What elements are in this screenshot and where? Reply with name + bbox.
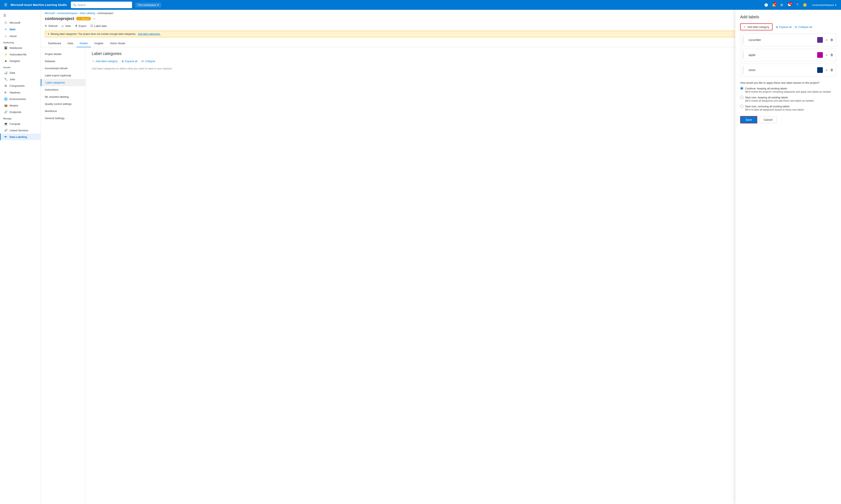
- radio-label-start-over-keep[interactable]: Start over, keeping all existing labels: [740, 96, 836, 99]
- side-nav-instructions[interactable]: Instructions: [41, 86, 85, 93]
- sidebar-item-compute[interactable]: 💻 Compute: [0, 121, 40, 127]
- label-add-child-cucumber[interactable]: ＋: [825, 38, 828, 42]
- sidebar-item-pipelines[interactable]: ⫸ Pipelines: [0, 89, 40, 96]
- cancel-button[interactable]: Cancel: [759, 116, 777, 123]
- breadcrumb-microsoft[interactable]: Microsoft: [45, 12, 55, 15]
- tab-vision-studio[interactable]: Vision Studio: [107, 40, 129, 47]
- sidebar: ☰ ⬡ Microsoft ＋ New ⌂ Home Authoring 📓 N…: [0, 10, 41, 504]
- tab-details[interactable]: Details: [76, 40, 91, 47]
- label-color-cucumber[interactable]: [817, 37, 823, 43]
- content-area: Project details Datasets Incremental ref…: [41, 47, 841, 504]
- side-nav-quality-control[interactable]: Quality control settings: [41, 101, 85, 108]
- overlay-expand-all-btn[interactable]: ⊞ Expand all: [776, 25, 792, 29]
- tab-dashboard[interactable]: Dashboard: [45, 40, 64, 47]
- label-add-child-apple[interactable]: ＋: [825, 53, 828, 57]
- project-title: contosoproject: [45, 16, 74, 21]
- label-add-child-onion[interactable]: ＋: [825, 68, 828, 72]
- sidebar-item-label: Jobs: [10, 78, 15, 81]
- tab-data[interactable]: Data: [64, 40, 76, 47]
- warning-text: Missing label categories: The project do…: [51, 33, 136, 35]
- sidebar-item-label: Notebooks: [10, 47, 22, 50]
- radio-input-continue[interactable]: [740, 87, 743, 90]
- side-nav-ml-assisted[interactable]: ML assisted labeling: [41, 93, 85, 101]
- label-data-button[interactable]: ☑ Label data: [90, 23, 107, 28]
- overlay-collapse-btn[interactable]: ⊟ Collapse all: [795, 25, 812, 29]
- search-icon: 🔍: [73, 3, 76, 6]
- side-nav-datasets[interactable]: Datasets: [41, 58, 85, 65]
- label-color-onion[interactable]: [817, 67, 823, 73]
- sidebar-item-new[interactable]: ＋ New: [0, 26, 40, 33]
- sidebar-item-data[interactable]: 📊 Data: [0, 69, 40, 76]
- label-input-apple[interactable]: [749, 53, 815, 57]
- refresh-button[interactable]: ↻ Refresh: [45, 23, 58, 28]
- status-icon: ⚠: [78, 17, 80, 20]
- label-input-onion[interactable]: [749, 68, 815, 72]
- start-button[interactable]: ▷ Start: [62, 23, 71, 28]
- radio-label-continue[interactable]: Continue, keeping all existing labels: [740, 87, 836, 90]
- panel-add-label-btn[interactable]: ＋ Add label category: [92, 59, 118, 63]
- sidebar-hamburger[interactable]: ☰: [0, 12, 40, 19]
- sidebar-item-home[interactable]: ⌂ Home: [0, 33, 40, 39]
- radio-label-start-over-remove[interactable]: Start over, removing all existing labels: [740, 105, 836, 108]
- smiley-icon[interactable]: 🙂: [802, 2, 808, 8]
- overlay-title: Add labels: [740, 15, 836, 19]
- sidebar-item-models[interactable]: 📦 Models: [0, 102, 40, 109]
- label-delete-apple[interactable]: 🗑: [830, 53, 834, 57]
- sidebar-item-microsoft[interactable]: ⬡ Microsoft: [0, 19, 40, 26]
- breadcrumb-data-labeling[interactable]: Data Labeling: [80, 12, 95, 15]
- side-nav-project-details[interactable]: Project details: [41, 51, 85, 58]
- workspace-selector[interactable]: This workspace ▾: [135, 3, 161, 7]
- save-button[interactable]: Save: [740, 116, 757, 123]
- side-nav-incremental-refresh[interactable]: Incremental refresh: [41, 65, 85, 72]
- radio-option-continue: Continue, keeping all existing labels We…: [740, 87, 836, 93]
- export-button[interactable]: ⬆ Export: [75, 23, 86, 28]
- sidebar-item-notebooks[interactable]: 📓 Notebooks: [0, 44, 40, 51]
- sidebar-item-endpoints[interactable]: 🔗 Endpoints: [0, 109, 40, 115]
- sidebar-item-designer[interactable]: ◈ Designer: [0, 58, 40, 64]
- sidebar-item-label: Linked Services: [10, 129, 28, 132]
- side-nav-workforce[interactable]: Workforce: [41, 108, 85, 115]
- sidebar-item-data-labeling[interactable]: ✏ Data Labeling: [0, 133, 40, 140]
- side-nav-label-export[interactable]: Label export (optional): [41, 72, 85, 79]
- favorite-icon[interactable]: ☆: [93, 17, 96, 21]
- tab-insights[interactable]: Insights: [91, 40, 107, 47]
- warning-link[interactable]: Add label categories.: [138, 33, 160, 35]
- help-icon[interactable]: ?: [794, 2, 801, 8]
- sidebar-item-linked-services[interactable]: 🔗 Linked Services: [0, 127, 40, 133]
- side-nav-general-settings[interactable]: General Settings: [41, 115, 85, 122]
- topbar: ☰ Microsoft Azure Machine Learning Studi…: [0, 0, 841, 10]
- sidebar-item-label: Pipelines: [10, 91, 20, 94]
- breadcrumb-workspace[interactable]: contosoworkspace: [57, 12, 77, 15]
- breadcrumb-project[interactable]: contosoproject: [98, 12, 113, 15]
- radio-input-start-over-keep[interactable]: [740, 96, 743, 99]
- sidebar-item-automated-ml[interactable]: ⚡ Automated ML: [0, 51, 40, 58]
- feedback-icon[interactable]: 💬 14: [786, 2, 793, 8]
- sidebar-item-environments[interactable]: 🌐 Environments: [0, 96, 40, 102]
- history-icon[interactable]: 🕐: [763, 2, 770, 8]
- sidebar-item-jobs[interactable]: 🔧 Jobs: [0, 76, 40, 83]
- label-delete-cucumber[interactable]: 🗑: [830, 38, 834, 42]
- label-items: ＋ 🗑 ＋ 🗑 ＋ 🗑: [740, 34, 836, 76]
- sidebar-item-label: Data: [10, 71, 15, 74]
- panel-expand-all-btn[interactable]: ⊞ Expand all: [122, 60, 138, 63]
- sidebar-item-components[interactable]: ⧉ Components: [0, 83, 40, 89]
- settings-icon[interactable]: ⚙: [778, 2, 785, 8]
- side-nav-label-categories[interactable]: Label categories: [41, 79, 85, 86]
- feedback-badge: 14: [789, 2, 792, 5]
- overlay-add-label-btn[interactable]: ＋ Add label category: [740, 23, 773, 30]
- label-input-cucumber[interactable]: [749, 38, 815, 41]
- user-menu[interactable]: contosoworkspace ▾: [810, 3, 839, 7]
- panel-collapse-btn[interactable]: ⊟ Collapse: [141, 60, 155, 63]
- sidebar-item-label: Compute: [10, 122, 20, 125]
- overlay-add-icon: ＋: [743, 25, 746, 29]
- radio-input-start-over-remove[interactable]: [740, 105, 743, 108]
- label-delete-onion[interactable]: 🗑: [830, 68, 834, 72]
- search-box[interactable]: 🔍 Search: [71, 2, 132, 8]
- radio-text-continue: Continue, keeping all existing labels: [745, 87, 787, 90]
- label-item-cucumber: ＋ 🗑: [740, 34, 836, 46]
- label-color-apple[interactable]: [817, 52, 823, 58]
- panel-add-label-text: Add label category: [95, 60, 118, 63]
- menu-icon[interactable]: ☰: [2, 2, 9, 8]
- notifications-icon[interactable]: 🔔 23: [771, 2, 777, 8]
- label-item-onion: ＋ 🗑: [740, 64, 836, 76]
